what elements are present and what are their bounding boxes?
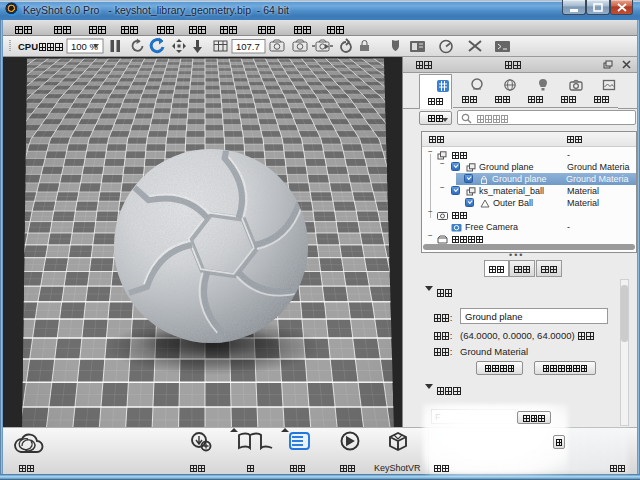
- svg-text:107.7: 107.7: [236, 41, 260, 52]
